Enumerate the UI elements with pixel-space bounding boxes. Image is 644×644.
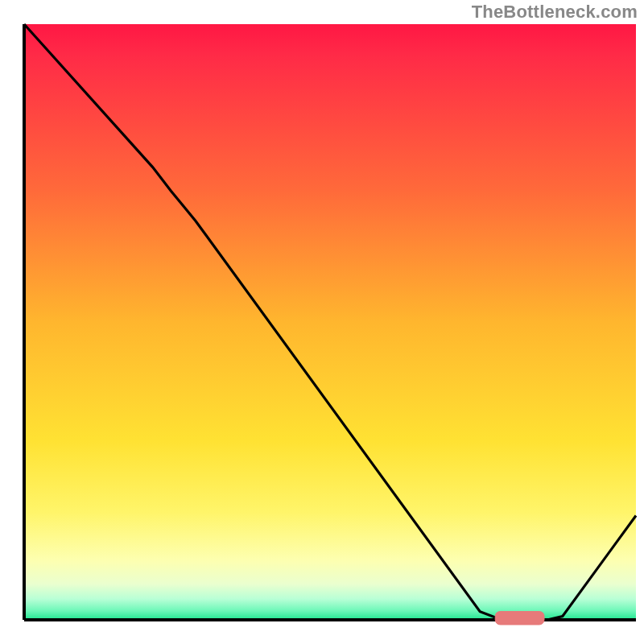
optimal-marker [495, 612, 544, 625]
plot-background [24, 24, 636, 620]
chart-container: TheBottleneck.com [0, 0, 644, 644]
bottleneck-chart [0, 0, 644, 644]
